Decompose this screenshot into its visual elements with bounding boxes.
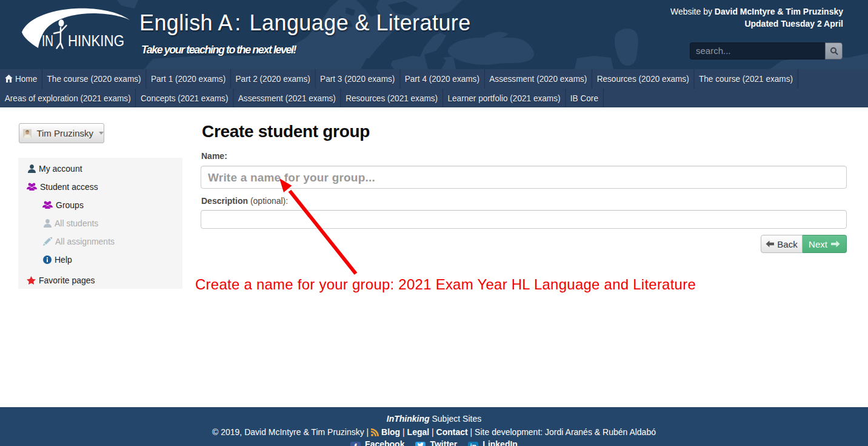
svg-text:IN: IN bbox=[42, 32, 53, 50]
svg-text:HINKING: HINKING bbox=[68, 32, 124, 50]
